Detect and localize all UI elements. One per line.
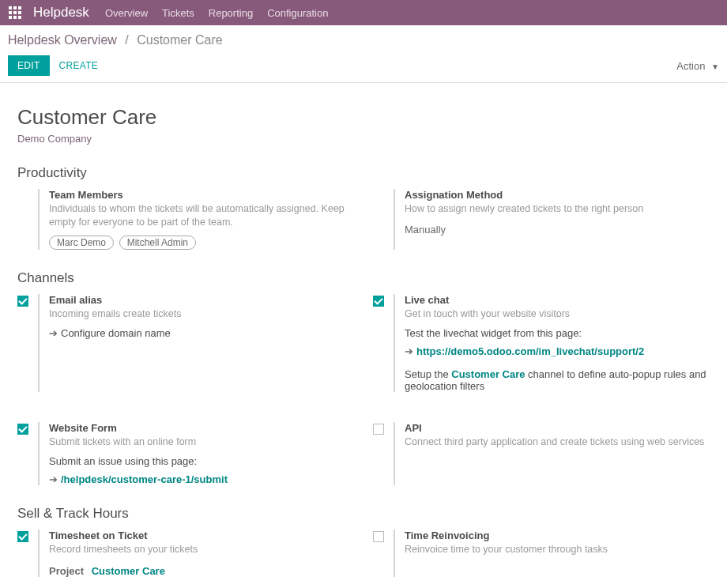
timesheet-checkbox[interactable]: [17, 531, 28, 542]
project-field-label: Project: [49, 565, 84, 577]
svg-rect-8: [18, 16, 21, 19]
reinvoice-label: Time Reinvoicing: [405, 530, 710, 541]
app-title: Helpdesk: [33, 5, 89, 21]
assignation-block: Assignation Method How to assign newly c…: [394, 189, 710, 250]
nav-tickets[interactable]: Tickets: [162, 7, 194, 19]
team-members-block: Team Members Individuals to whom the tic…: [38, 189, 354, 250]
svg-rect-5: [18, 11, 21, 14]
livechat-label: Live chat: [405, 294, 710, 306]
livechat-checkbox[interactable]: [373, 296, 384, 307]
apps-icon[interactable]: [6, 4, 24, 21]
section-selltrack: Sell & Track Hours: [17, 506, 710, 522]
website-form-desc: Submit tickets with an online form: [49, 435, 354, 449]
edit-button[interactable]: EDIT: [8, 55, 50, 76]
livechat-setup-line: Setup the Customer Care channel to defin…: [405, 368, 710, 392]
section-channels: Channels: [17, 270, 710, 286]
svg-rect-0: [9, 6, 12, 9]
action-label: Action: [676, 60, 705, 72]
reinvoice-desc: Reinvoice time to your customer through …: [405, 543, 710, 556]
assignation-desc: How to assign newly created tickets to t…: [405, 202, 710, 216]
arrow-right-icon: ➔: [49, 327, 58, 339]
svg-rect-6: [9, 16, 12, 19]
svg-rect-2: [18, 6, 21, 9]
timesheet-block: Timesheet on Ticket Record timesheets on…: [38, 530, 354, 578]
assignation-value: Manually: [405, 224, 710, 236]
topbar: Helpdesk Overview Tickets Reporting Conf…: [0, 0, 727, 25]
channel-link[interactable]: Customer Care: [451, 368, 525, 380]
svg-rect-3: [9, 11, 12, 14]
arrow-right-icon: ➔: [405, 345, 413, 357]
api-checkbox[interactable]: [373, 424, 384, 435]
timesheet-label: Timesheet on Ticket: [49, 530, 354, 541]
action-dropdown[interactable]: Action ▼: [676, 60, 719, 72]
breadcrumb-sep: /: [125, 33, 128, 47]
nav-reporting[interactable]: Reporting: [209, 7, 253, 19]
top-nav: Overview Tickets Reporting Configuration: [105, 7, 329, 19]
action-bar: EDIT CREATE Action ▼: [0, 51, 727, 83]
website-form-checkbox[interactable]: [17, 424, 28, 435]
assignation-label: Assignation Method: [405, 189, 710, 201]
create-button[interactable]: CREATE: [50, 55, 108, 76]
team-members-label: Team Members: [49, 189, 354, 201]
email-alias-desc: Incoming emails create tickets: [49, 307, 354, 321]
nav-configuration[interactable]: Configuration: [267, 7, 328, 19]
configure-domain-link[interactable]: ➔Configure domain name: [49, 327, 354, 339]
team-members-desc: Individuals to whom the tickets will be …: [49, 202, 354, 229]
livechat-test-line: Test the livechat widget from this page:: [405, 327, 710, 339]
form-content: Customer Care Demo Company Productivity …: [0, 83, 727, 588]
svg-rect-4: [13, 11, 17, 14]
livechat-desc: Get in touch with your website visitors: [405, 307, 710, 321]
svg-rect-1: [13, 6, 17, 9]
api-block: API Connect third party application and …: [394, 422, 710, 485]
reinvoice-block: Time Reinvoicing Reinvoice time to your …: [394, 530, 710, 578]
project-link[interactable]: Customer Care: [92, 565, 165, 577]
livechat-block: Live chat Get in touch with your website…: [394, 294, 710, 392]
nav-overview[interactable]: Overview: [105, 7, 148, 19]
company-link[interactable]: Demo Company: [17, 133, 92, 145]
chevron-down-icon: ▼: [711, 62, 719, 71]
webform-submit-line: Submit an issue using this page:: [49, 455, 354, 467]
member-tag[interactable]: Mitchell Admin: [119, 236, 196, 250]
reinvoice-checkbox[interactable]: [373, 531, 384, 542]
webform-link[interactable]: /helpdesk/customer-care-1/submit: [61, 473, 228, 485]
email-alias-label: Email alias: [49, 294, 354, 306]
website-form-label: Website Form: [49, 422, 354, 434]
member-tag[interactable]: Marc Demo: [49, 236, 114, 250]
email-alias-checkbox[interactable]: [17, 296, 28, 307]
email-alias-block: Email alias Incoming emails create ticke…: [38, 294, 354, 392]
api-desc: Connect third party application and crea…: [405, 435, 710, 449]
livechat-link[interactable]: https://demo5.odoo.com/im_livechat/suppo…: [416, 345, 644, 357]
breadcrumb: Helpdesk Overview / Customer Care: [0, 25, 727, 51]
arrow-right-icon: ➔: [49, 473, 58, 485]
website-form-block: Website Form Submit tickets with an onli…: [38, 422, 354, 485]
page-title: Customer Care: [17, 105, 710, 130]
breadcrumb-root[interactable]: Helpdesk Overview: [8, 33, 117, 47]
api-label: API: [405, 422, 710, 434]
section-productivity: Productivity: [17, 165, 710, 181]
timesheet-desc: Record timesheets on your tickets: [49, 543, 354, 556]
breadcrumb-current: Customer Care: [137, 33, 222, 47]
svg-rect-7: [13, 16, 17, 19]
